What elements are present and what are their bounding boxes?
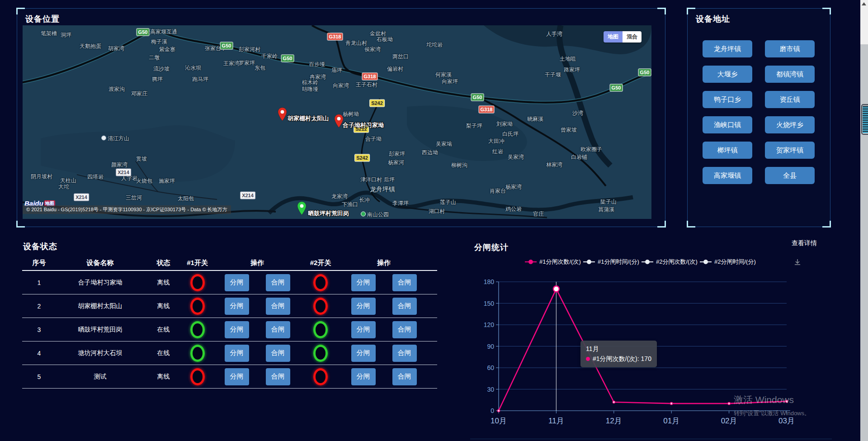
cell-operations: 分闸合闸 [212,368,302,385]
map-place-label: 彭家河村 [239,46,260,53]
close-switch-button[interactable]: 合闸 [266,368,290,385]
map-place-label: 东包 [255,64,265,72]
map-attribution: © 2021 Baidu - GS(2019)5218号 - 甲测资字11009… [23,205,231,214]
cell-device-name: 合子坳村习家坳 [56,279,144,287]
map-place-label: 干子堰 [545,71,561,79]
close-switch-button[interactable]: 合闸 [392,345,417,362]
address-button-1[interactable]: 龙舟坪镇 [703,40,752,57]
close-switch-button[interactable]: 合闸 [392,368,417,385]
open-switch-button[interactable]: 分闸 [225,368,249,385]
corner-bracket [16,8,25,14]
map-place-label: 肖家台 [490,187,506,195]
device-location-panel: 设备位置 笔架槽洞坪天鹅抱蛋胡家湾高家堰互通梅子溪紫金寨二墩流沙坡沁水坝王家湾腾… [17,8,665,227]
cell-switch-indicator [302,274,339,291]
address-button-4[interactable]: 都镇湾镇 [765,66,815,83]
road-badge-S242: S242 [369,100,385,107]
cell-switch-indicator [302,345,339,362]
close-switch-button[interactable]: 合闸 [392,321,417,338]
map-place-label: 龙家湾 [331,193,348,200]
map-place-label: 刘家坳 [496,120,513,128]
svg-text:02月: 02月 [721,417,737,425]
address-button-9[interactable]: 榔坪镇 [703,142,752,159]
map-place-label: 庙坪 [331,66,342,74]
scroll-up-arrow-icon[interactable] [862,2,866,5]
map-place-label: 沁水坝 [185,64,201,72]
map-place-label: 咕噜垭 [302,85,318,93]
cell-status: 离线 [144,279,183,287]
road-badge-G50: G50 [638,69,651,76]
column-header: 序号 [22,259,56,267]
address-button-11[interactable]: 高家堰镇 [703,167,752,184]
address-button-6[interactable]: 资丘镇 [765,91,815,108]
svg-text:90: 90 [487,343,494,350]
close-switch-button[interactable]: 合闸 [392,274,417,291]
switch-2-red-indicator-icon [313,274,328,291]
map-place-label: 莲子山 [440,199,456,206]
baidu-map[interactable]: 笔架槽洞坪天鹅抱蛋胡家湾高家堰互通梅子溪紫金寨二墩流沙坡沁水坝王家湾腾坪跑马坪渡… [23,25,651,219]
chart-svg[interactable]: 030609012015018010月11月12月01月02月03月 [470,237,832,439]
map-marker-pin[interactable] [334,114,344,130]
svg-text:12月: 12月 [606,417,622,425]
map-place-label: 王家湾 [223,60,240,67]
map-place-label: 南山公园 [361,211,389,218]
close-switch-button[interactable]: 合闸 [392,298,417,315]
map-type-option-hybrid[interactable]: 混合 [623,31,642,43]
address-button-12[interactable]: 全县 [765,167,815,184]
table-row: 5测试离线分闸合闸分闸合闸 [22,365,437,389]
map-place-label: 梅子溪 [151,38,167,46]
svg-text:30: 30 [487,386,494,393]
map-place-label: 三岔河 [126,194,142,202]
open-switch-button[interactable]: 分闸 [225,274,249,291]
status-panel-title: 设备状态 [23,241,57,252]
map-place-label: 流沙坡 [153,65,170,73]
open-switch-button[interactable]: 分闸 [351,274,376,291]
open-switch-button[interactable]: 分闸 [225,298,249,315]
map-place-label: 红岩 [492,148,503,156]
switch-1-red-indicator-icon [190,298,205,315]
address-button-10[interactable]: 贺家坪镇 [765,142,815,159]
cell-switch-indicator [183,321,212,338]
address-button-2[interactable]: 磨市镇 [765,40,815,57]
close-switch-button[interactable]: 合闸 [266,298,290,315]
map-place-label: 鸡公岩 [505,205,522,213]
address-button-5[interactable]: 鸭子口乡 [703,91,752,108]
device-status-table: 序号设备名称状态#1开关操作#2开关操作1合子坳村习家坳离线分闸合闸分闸合闸2胡… [22,256,437,389]
address-button-7[interactable]: 渔峡口镇 [703,116,752,133]
cell-switch-indicator [302,321,339,338]
road-badge-G318: G318 [327,33,343,41]
chart-tooltip: 11月 #1分闸次数/(次): 170 [580,341,657,367]
map-place-label: 杨家湾 [505,183,522,191]
cell-switch-indicator [183,368,212,385]
open-switch-button[interactable]: 分闸 [351,345,376,362]
road-badge-G50: G50 [281,55,294,62]
map-type-option-map[interactable]: 地图 [604,31,623,43]
map-marker-pin[interactable] [278,107,287,123]
map-place-label: 吴家湾 [508,153,524,161]
close-switch-button[interactable]: 合闸 [266,345,290,362]
open-switch-button[interactable]: 分闸 [225,345,249,362]
map-place-label: 太阳包 [178,195,194,203]
open-switch-button[interactable]: 分闸 [351,321,376,338]
road-badge-G50: G50 [137,28,150,36]
map-place-label: 施家坪 [159,177,175,185]
address-button-8[interactable]: 火烧坪乡 [765,116,815,133]
map-place-label: 吴家垴 [436,140,452,148]
open-switch-button[interactable]: 分闸 [351,298,376,315]
close-switch-button[interactable]: 合闸 [266,274,290,291]
road-badge-X214: X214 [74,194,89,201]
cell-status: 在线 [144,326,183,334]
address-button-3[interactable]: 大堰乡 [703,66,752,83]
map-marker-pin[interactable] [297,201,307,217]
map-place-label: 柳树沟 [451,161,467,169]
map-place-label: 阴月坡村 [31,173,52,180]
close-switch-button[interactable]: 合闸 [266,321,290,338]
map-marker-label: 晒鼓坪村荒田岗 [308,209,349,218]
scrollbar-thumb[interactable] [861,104,868,135]
table-row: 4塘坊河村大石坝在线分闸合闸分闸合闸 [22,341,437,365]
table-row: 1合子坳村习家坳离线分闸合闸分闸合闸 [22,271,437,294]
open-switch-button[interactable]: 分闸 [351,368,376,385]
browser-scrollbar[interactable] [860,0,868,441]
map-place-label: 欧家圈子 [580,146,602,153]
cell-index: 1 [22,279,56,286]
open-switch-button[interactable]: 分闸 [225,321,249,338]
